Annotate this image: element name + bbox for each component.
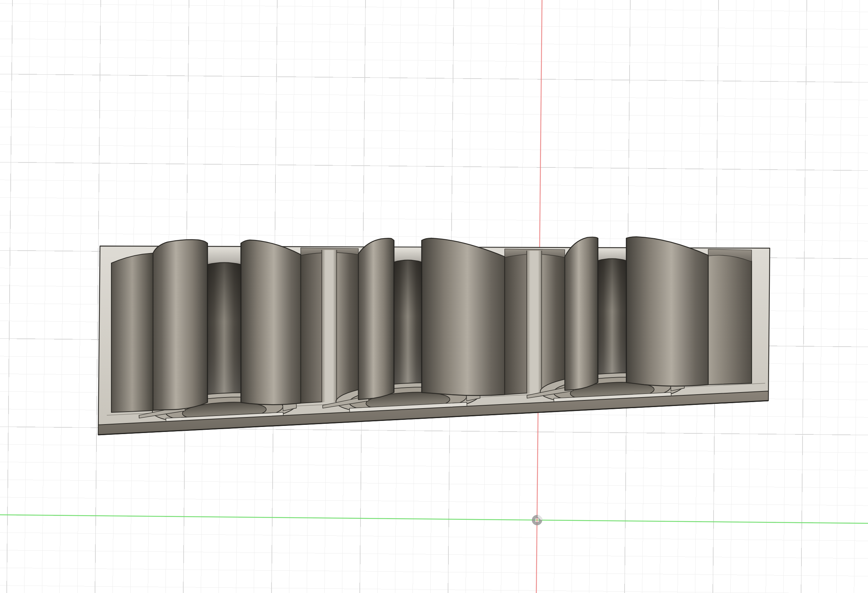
grid-minor-line	[818, 0, 825, 593]
grid-minor-line	[0, 444, 868, 454]
pocket2-inner-cylinder[interactable]	[394, 260, 422, 400]
pocket1-inner-cylinder[interactable]	[208, 263, 241, 410]
grid-minor-line	[0, 3, 868, 13]
pocket3-shell-right[interactable]	[626, 237, 708, 386]
grid-minor-line	[0, 532, 868, 542]
pocket3-inner-cylinder[interactable]	[598, 259, 626, 390]
pocket1-shell-right[interactable]	[241, 240, 301, 405]
grid-minor-line	[0, 38, 868, 48]
grid-minor-line	[0, 144, 868, 154]
pocket1-shell-left[interactable]	[153, 240, 208, 410]
model-body[interactable]	[98, 237, 770, 435]
grid-minor-line	[0, 549, 868, 559]
grid-minor-line	[24, 0, 31, 593]
grid-minor-line	[0, 91, 868, 101]
left-end-cylinder[interactable]	[111, 253, 153, 412]
grid-minor-line	[0, 567, 868, 577]
grid-minor-line	[77, 0, 84, 593]
bright-band-1	[322, 250, 337, 402]
grid-minor-line	[0, 56, 868, 66]
cad-viewport[interactable]	[0, 0, 868, 593]
grid-minor-line	[0, 20, 868, 30]
grid-minor-line	[0, 479, 868, 489]
bright-band-2	[527, 251, 542, 394]
grid-minor-line	[0, 461, 868, 471]
pocket3-shell-left[interactable]	[565, 237, 598, 390]
grid-minor-line	[0, 179, 868, 189]
grid-minor-line	[0, 109, 868, 118]
right-end-cylinder[interactable]	[708, 253, 751, 385]
grid-major-line	[0, 161, 868, 171]
pocket2-shell-right[interactable]	[422, 238, 505, 396]
origin-ring-notch	[539, 516, 541, 519]
pocket2-shell-left[interactable]	[359, 238, 394, 400]
grid-major-line	[800, 0, 807, 593]
grid-minor-line	[0, 497, 868, 507]
grid-major-line	[0, 73, 868, 83]
grid-major-line	[6, 0, 13, 593]
grid-minor-line	[41, 0, 49, 593]
grid-minor-line	[836, 0, 843, 593]
viewport-canvas[interactable]	[0, 0, 868, 593]
grid-minor-line	[853, 0, 861, 593]
x-axis-line-green	[0, 515, 868, 523]
grid-minor-line	[0, 126, 868, 136]
grid-minor-line	[782, 0, 790, 593]
grid-minor-line	[59, 0, 66, 593]
